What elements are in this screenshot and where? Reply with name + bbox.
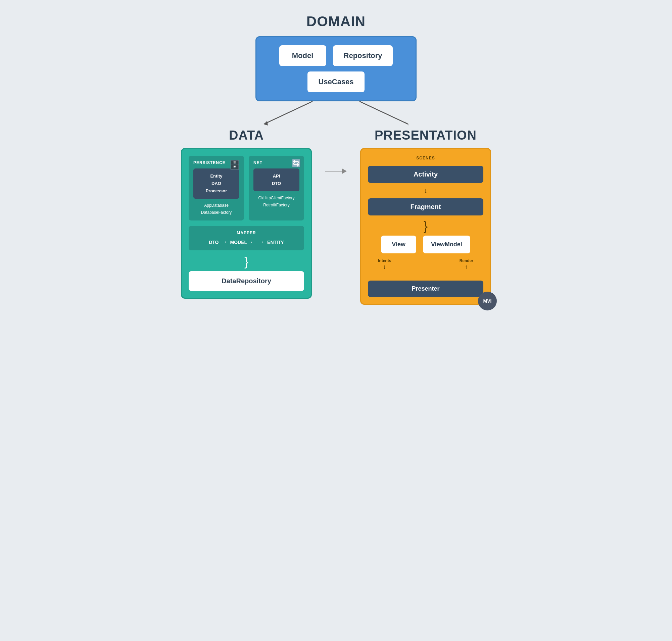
mapper-dto: DTO	[209, 240, 218, 245]
domain-card-repository: Repository	[333, 45, 393, 66]
data-box: PERSISTENCE 🗄️ Entity DAO Processor AppD…	[181, 148, 312, 299]
activity-card: Activity	[368, 166, 483, 183]
intents-label: Intents	[378, 258, 391, 263]
domain-card-usecases: UseCases	[308, 71, 364, 92]
presentation-title: PRESENTATION	[375, 128, 476, 142]
presenter-card: Presenter	[368, 281, 483, 297]
net-sub: OkHttpClientFactory RetrofitFactory	[253, 195, 299, 208]
cloud-icon: 🔄	[292, 159, 301, 168]
data-repository-card: DataRepository	[189, 271, 304, 291]
mapper-arrow-left: ←	[250, 238, 256, 246]
mapper-section: MAPPER DTO → MODEL ← → ENTITY	[189, 226, 304, 250]
brace-data: }	[189, 256, 304, 268]
svg-marker-3	[404, 121, 409, 125]
domain-box: Model Repository UseCases	[255, 36, 417, 101]
mapper-arrow-right1: →	[221, 238, 227, 246]
domain-card-model: Model	[279, 45, 326, 66]
mapper-arrow-right2: →	[258, 238, 265, 246]
net-retrofitfactory: RetrofitFactory	[263, 203, 290, 207]
mapper-model: MODEL	[230, 240, 247, 245]
mapper-entity: ENTITY	[267, 240, 284, 245]
net-inner: API DTO	[253, 168, 299, 191]
mapper-flow: DTO → MODEL ← → ENTITY	[196, 238, 297, 246]
svg-line-2	[360, 101, 408, 124]
persistence-net-row: PERSISTENCE 🗄️ Entity DAO Processor AppD…	[189, 156, 304, 220]
domain-arrows-svg	[198, 101, 474, 128]
data-title: DATA	[229, 128, 264, 142]
persistence-section: PERSISTENCE 🗄️ Entity DAO Processor AppD…	[189, 156, 244, 220]
persistence-inner: Entity DAO Processor	[193, 168, 239, 199]
h-arrow-line	[325, 171, 342, 172]
persistence-databasefactory: DatabaseFactory	[201, 210, 232, 215]
presentation-column: PRESENTATION SCENES Activity ↓ Fragment …	[360, 128, 491, 305]
viewmodel-card: ViewModel	[423, 236, 470, 254]
persistence-sub: AppDatabase DatabaseFactory	[193, 202, 239, 216]
domain-section: DOMAIN Model Repository UseCases	[185, 13, 487, 101]
render-arrow: ↑	[465, 263, 468, 270]
persistence-dao: DAO	[212, 181, 221, 186]
pres-brace: }	[368, 220, 483, 232]
down-arrow-activity: ↓	[368, 186, 483, 195]
domain-row-1: Model Repository	[279, 45, 393, 66]
svg-marker-1	[264, 121, 268, 125]
net-okhttpclientfactory: OkHttpClientFactory	[258, 196, 294, 200]
net-dto: DTO	[272, 181, 281, 186]
domain-title: DOMAIN	[307, 13, 365, 29]
main-container: DOMAIN Model Repository UseCases DATA	[185, 13, 487, 305]
fragment-card: Fragment	[368, 198, 483, 216]
render-section: Render ↑	[459, 257, 473, 271]
net-api: API	[273, 174, 280, 179]
render-label: Render	[459, 258, 473, 263]
mvi-badge: MVI	[478, 292, 497, 311]
intents-section: Intents ↓	[378, 257, 391, 271]
net-section: NET 🔄 API DTO OkHttpClientFactory Retrof…	[249, 156, 304, 220]
svg-line-0	[264, 101, 312, 124]
view-card: View	[381, 236, 416, 254]
domain-row-2: UseCases	[308, 71, 364, 92]
h-arrow-head	[342, 168, 347, 174]
persistence-processor: Processor	[206, 188, 227, 193]
presenter-wrapper: Intents ↓ Render ↑ Presenter	[368, 256, 483, 297]
h-arrow-container	[325, 168, 347, 174]
intents-arrow: ↓	[383, 263, 386, 270]
persistence-appdatabase: AppDatabase	[204, 203, 229, 208]
view-viewmodel-row: View ViewModel	[368, 236, 483, 254]
scenes-label: SCENES	[368, 156, 483, 160]
persistence-entity: Entity	[210, 174, 222, 179]
data-column: DATA PERSISTENCE 🗄️ Entity DAO Processor…	[181, 128, 312, 299]
mapper-label: MAPPER	[196, 231, 297, 235]
db-icon: 🗄️	[229, 160, 240, 170]
brace-icon: }	[244, 256, 248, 268]
presentation-box: SCENES Activity ↓ Fragment } View ViewMo…	[360, 148, 491, 305]
